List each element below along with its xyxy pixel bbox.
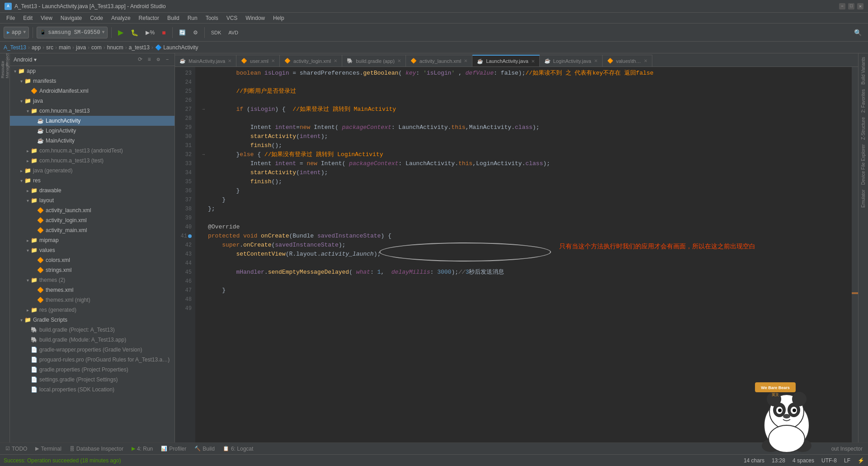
menu-item-tools[interactable]: Tools xyxy=(202,14,222,22)
device-dropdown[interactable]: 📱 samsung SM-G9550 ▼ xyxy=(37,27,108,38)
breadcrumb-app[interactable]: app xyxy=(32,44,41,51)
search-everywhere-button[interactable]: 🔍 xyxy=(851,26,864,39)
code-content[interactable]: boolean isLogin = sharedPreferences.getB… xyxy=(195,67,852,442)
device-file-explorer-icon[interactable]: Device File Explorer xyxy=(860,143,867,186)
tree-item-9[interactable]: ▸📁com.hnucm.a_test13 (test) xyxy=(10,156,175,166)
tab-close-icon[interactable]: ✕ xyxy=(464,58,467,63)
tree-item-25[interactable]: ▾📁Gradle Scripts xyxy=(10,315,175,325)
sdk-manager-button[interactable]: SDK xyxy=(208,26,224,39)
tree-item-27[interactable]: 🐘build.gradle (Module: A_Test13.app) xyxy=(10,335,175,345)
db-inspector-tab[interactable]: 🗄 Database Inspector xyxy=(66,444,127,454)
tree-item-6[interactable]: ☕LoginActivity xyxy=(10,126,175,136)
tab-close-icon[interactable]: ✕ xyxy=(644,58,647,63)
terminal-tab[interactable]: ▶ Terminal xyxy=(32,444,65,454)
tree-item-15[interactable]: 🔶activity_login.xml xyxy=(10,215,175,225)
tree-item-7[interactable]: ☕MainActivity xyxy=(10,136,175,146)
breadcrumb-root[interactable]: A_Test13 xyxy=(4,44,26,51)
tree-item-8[interactable]: ▸📁com.hnucm.a_test13 (androidTest) xyxy=(10,146,175,156)
run-button[interactable]: ▶ xyxy=(115,26,126,39)
sync-button[interactable]: 🔄 xyxy=(176,26,189,39)
menu-item-run[interactable]: Run xyxy=(184,14,201,22)
todo-tab[interactable]: ☑ TODO xyxy=(2,444,31,454)
editor-tab-4[interactable]: 🔶activity_launch.xml✕ xyxy=(406,55,472,67)
tree-item-29[interactable]: 📄proguard-rules.pro (ProGuard Rules for … xyxy=(10,355,175,365)
menu-item-vcs[interactable]: VCS xyxy=(223,14,241,22)
breadcrumb-java[interactable]: java xyxy=(76,44,86,51)
breadcrumb-launch[interactable]: 🔷 LaunchActivity xyxy=(155,44,198,51)
close-button[interactable]: ✕ xyxy=(857,3,863,10)
tree-item-14[interactable]: 🔶activity_launch.xml xyxy=(10,205,175,215)
breadcrumb-hnucm[interactable]: hnucm xyxy=(107,44,123,51)
editor-tab-2[interactable]: 🔶activity_login.xml✕ xyxy=(280,55,342,67)
tree-item-24[interactable]: ▸📁res (generated) xyxy=(10,305,175,315)
editor-tab-0[interactable]: ☕MainActivity.java✕ xyxy=(175,55,236,67)
tree-item-5[interactable]: ☕LaunchActivity xyxy=(10,116,175,126)
tree-item-20[interactable]: 🔶strings.xml xyxy=(10,265,175,275)
minimize-button[interactable]: – xyxy=(839,3,845,10)
tab-close-icon[interactable]: ✕ xyxy=(271,58,275,63)
tab-close-icon[interactable]: ✕ xyxy=(531,59,535,64)
editor-tab-7[interactable]: 🔶values\th…✕ xyxy=(603,55,652,67)
menu-item-analyze[interactable]: Analyze xyxy=(108,14,134,22)
sync-project-icon[interactable]: ⟳ xyxy=(137,56,144,63)
tree-item-28[interactable]: 📄gradle-wrapper.properties (Gradle Versi… xyxy=(10,345,175,355)
tab-close-icon[interactable]: ✕ xyxy=(228,58,231,63)
tree-item-2[interactable]: 🔶AndroidManifest.xml xyxy=(10,86,175,96)
tree-item-17[interactable]: ▸📁mipmap xyxy=(10,235,175,245)
tree-item-16[interactable]: 🔶activity_main.xml xyxy=(10,225,175,235)
menu-item-view[interactable]: View xyxy=(37,14,56,22)
stop-button[interactable]: ■ xyxy=(159,26,168,39)
tree-item-0[interactable]: ▾📁app xyxy=(10,66,175,76)
run-coverage-button[interactable]: ▶% xyxy=(143,26,157,39)
tree-item-23[interactable]: 🔶themes.xml (night) xyxy=(10,295,175,305)
gear-icon[interactable]: ⚙ xyxy=(155,56,162,63)
tree-item-1[interactable]: ▾📁manifests xyxy=(10,76,175,86)
build-tab[interactable]: 🔨 Build xyxy=(191,444,218,454)
profiler-tab[interactable]: 📊 Profiler xyxy=(157,444,190,454)
menu-item-build[interactable]: Build xyxy=(164,14,183,22)
hide-panel-icon[interactable]: – xyxy=(164,56,171,63)
breadcrumb-src[interactable]: src xyxy=(46,44,53,51)
tab-close-icon[interactable]: ✕ xyxy=(397,58,401,63)
editor-tab-5[interactable]: ☕LaunchActivity.java✕ xyxy=(472,55,539,67)
editor-tab-3[interactable]: 🐘build.gradle (app)✕ xyxy=(342,55,406,67)
layout-inspector-tab[interactable]: out Inspector xyxy=(828,444,866,454)
maximize-button[interactable]: □ xyxy=(848,3,854,10)
menu-item-navigate[interactable]: Navigate xyxy=(57,14,85,22)
tree-item-3[interactable]: ▾📁java xyxy=(10,96,175,106)
breadcrumb-main[interactable]: main xyxy=(59,44,71,51)
tree-item-19[interactable]: 🔶colors.xml xyxy=(10,255,175,265)
settings-button[interactable]: ⚙ xyxy=(190,26,201,39)
editor-tab-1[interactable]: 🔶user.xml✕ xyxy=(236,55,280,67)
favorites-icon[interactable]: 2: Favorites xyxy=(860,87,867,114)
emulator-icon[interactable]: Emulator xyxy=(860,188,867,209)
tree-item-26[interactable]: 🐘build.gradle (Project: A_Test13) xyxy=(10,325,175,335)
tree-item-11[interactable]: ▾📁res xyxy=(10,176,175,185)
logcat-tab[interactable]: 📋 6: Logcat xyxy=(219,444,257,454)
tree-item-31[interactable]: 📄settings.gradle (Project Settings) xyxy=(10,375,175,385)
tree-item-30[interactable]: 📄gradle.properties (Project Properties) xyxy=(10,365,175,375)
menu-item-window[interactable]: Window xyxy=(242,14,269,22)
breadcrumb-a_test13[interactable]: a_test13 xyxy=(129,44,150,51)
tree-item-13[interactable]: ▾📁layout xyxy=(10,195,175,205)
avd-manager-button[interactable]: AVD xyxy=(226,26,241,39)
build-variants-icon[interactable]: Build Variants xyxy=(860,55,867,86)
tree-item-12[interactable]: ▸📁drawable xyxy=(10,185,175,195)
tree-item-18[interactable]: ▾📁values xyxy=(10,245,175,255)
tree-item-4[interactable]: ▾📁com.hnucm.a_test13 xyxy=(10,106,175,116)
menu-item-file[interactable]: File xyxy=(3,14,19,22)
breadcrumb-com[interactable]: com xyxy=(91,44,102,51)
tree-item-10[interactable]: ▸📁java (generated) xyxy=(10,166,175,176)
menu-item-edit[interactable]: Edit xyxy=(19,14,36,22)
tree-item-21[interactable]: ▾📁themes (2) xyxy=(10,275,175,285)
tree-item-22[interactable]: 🔶themes.xml xyxy=(10,285,175,295)
tab-close-icon[interactable]: ✕ xyxy=(594,58,598,63)
tree-item-32[interactable]: 📄local.properties (SDK Location) xyxy=(10,385,175,395)
debug-button[interactable]: 🐛 xyxy=(128,26,141,39)
tab-close-icon[interactable]: ✕ xyxy=(334,58,337,63)
menu-item-refactor[interactable]: Refactor xyxy=(135,14,163,22)
run-config-dropdown[interactable]: ▶ app ▼ xyxy=(4,27,29,38)
menu-item-code[interactable]: Code xyxy=(86,14,107,22)
collapse-all-icon[interactable]: ≡ xyxy=(146,56,153,63)
resource-manager-icon[interactable]: Resource Manager xyxy=(0,65,9,74)
